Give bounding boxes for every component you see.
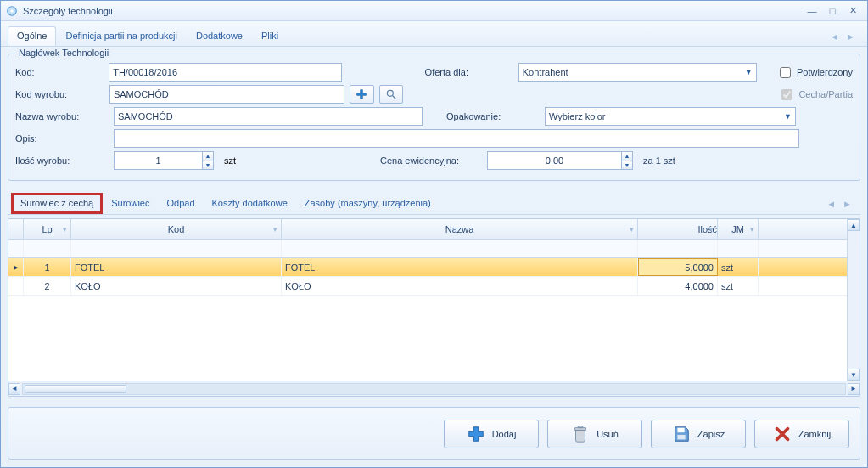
opakowanie-select[interactable]: Wybierz kolor ▼ — [545, 107, 796, 126]
tabs-next-icon[interactable]: ► — [846, 31, 855, 42]
inner-tab-zasoby[interactable]: Zasoby (maszyny, urządzenia) — [296, 195, 440, 213]
oferta-dla-value: Kontrahent — [523, 67, 568, 77]
window-title: Szczegóły technologii — [23, 6, 801, 16]
spin-down-icon[interactable]: ▼ — [203, 161, 213, 170]
zapisz-button[interactable]: Zapisz — [651, 420, 746, 448]
kod-wyrobu-input[interactable] — [109, 85, 344, 104]
cell-lp: 1 — [24, 258, 71, 276]
add-wyrob-button[interactable] — [350, 85, 374, 104]
maximize-button[interactable]: □ — [823, 4, 842, 18]
opakowanie-label: Opakowanie: — [446, 111, 540, 121]
col-jm[interactable]: JM▾ — [718, 219, 759, 239]
trash-icon — [571, 425, 590, 443]
cena-label: Cena ewidencyjna: — [380, 155, 482, 166]
cena-spinner[interactable]: ▲▼ — [487, 151, 633, 170]
potwierdzony-checkbox-input[interactable] — [780, 67, 791, 78]
scroll-up-icon[interactable]: ▲ — [848, 219, 860, 231]
col-nazwa[interactable]: Nazwa▾ — [282, 219, 638, 239]
filter-icon[interactable]: ▾ — [273, 225, 277, 234]
ilosc-wyrobu-spinner[interactable]: ▲▼ — [114, 151, 214, 170]
scroll-thumb[interactable] — [25, 385, 126, 393]
col-ilosc[interactable]: Ilość▾ — [638, 219, 718, 239]
inner-tab-surowiec[interactable]: Surowiec — [103, 195, 158, 213]
close-x-icon — [773, 425, 792, 443]
cena-input[interactable] — [487, 151, 621, 170]
main-tabs: Ogólne Definicja partii na produkcji Dod… — [1, 21, 867, 47]
svg-rect-5 — [677, 435, 685, 440]
oferta-dla-select[interactable]: Kontrahent ▼ — [518, 63, 757, 82]
svg-rect-4 — [677, 428, 684, 433]
col-lp[interactable]: Lp▾ — [24, 219, 71, 239]
tab-dodatkowe[interactable]: Dodatkowe — [187, 26, 252, 46]
kod-input[interactable] — [109, 63, 342, 82]
opis-input[interactable] — [114, 129, 799, 148]
cecha-partia-checkbox[interactable]: Cecha/Partia — [778, 87, 853, 103]
fieldset-legend: Nagłówek Technologii — [15, 48, 112, 58]
opis-label: Opis: — [15, 133, 109, 144]
spin-down-icon[interactable]: ▼ — [622, 161, 632, 170]
filter-icon[interactable]: ▾ — [63, 225, 67, 234]
opakowanie-value: Wybierz kolor — [549, 111, 606, 121]
cell-kod: KOŁO — [71, 277, 282, 295]
dodaj-button[interactable]: Dodaj — [444, 420, 539, 448]
table-row[interactable]: 2 KOŁO KOŁO 4,0000 szt — [8, 277, 847, 296]
potwierdzony-checkbox[interactable]: Potwierdzony — [776, 65, 853, 81]
nazwa-wyrobu-label: Nazwa wyrobu: — [15, 111, 109, 121]
cell-jm: szt — [718, 277, 759, 295]
filter-icon[interactable]: ▾ — [750, 225, 754, 234]
tab-pliki[interactable]: Pliki — [252, 26, 288, 46]
cena-jm-label: za 1 szt — [638, 155, 675, 166]
tab-ogolne[interactable]: Ogólne — [8, 26, 56, 46]
cell-jm: szt — [718, 258, 759, 276]
title-bar: Szczegóły technologii ― □ ✕ — [1, 1, 867, 21]
grid-body: ▸ 1 FOTEL FOTEL 5,0000 szt 2 KOŁO KOŁO — [8, 258, 847, 381]
row-pointer-icon: ▸ — [8, 258, 24, 276]
cell-ilosc: 4,0000 — [638, 277, 718, 295]
ilosc-wyrobu-input[interactable] — [114, 151, 202, 170]
cell-ilosc[interactable]: 5,0000 — [638, 258, 718, 276]
cell-kod: FOTEL — [71, 258, 282, 276]
search-wyrob-button[interactable] — [379, 85, 404, 104]
inner-tab-odpad[interactable]: Odpad — [158, 195, 203, 213]
svg-point-2 — [387, 90, 393, 96]
zapisz-label: Zapisz — [697, 429, 725, 439]
inner-tabs: Surowiec z cechą Surowiec Odpad Koszty d… — [8, 188, 860, 215]
cell-nazwa: FOTEL — [282, 258, 638, 276]
tab-definicja-partii[interactable]: Definicja partii na produkcji — [56, 26, 186, 46]
filter-icon[interactable]: ▾ — [630, 225, 634, 234]
minimize-button[interactable]: ― — [803, 4, 821, 18]
kod-wyrobu-label: Kod wyrobu: — [15, 89, 104, 99]
grid-filter-row[interactable] — [8, 240, 847, 258]
scroll-down-icon[interactable]: ▼ — [848, 369, 860, 381]
tab-content: Nagłówek Technologii Kod: Oferta dla: Ko… — [1, 47, 867, 403]
cecha-partia-checkbox-input — [781, 89, 792, 100]
vertical-scrollbar[interactable]: ▲ ▼ — [847, 219, 860, 381]
header-fieldset: Nagłówek Technologii Kod: Oferta dla: Ko… — [8, 54, 860, 181]
scroll-right-icon[interactable]: ► — [848, 383, 860, 395]
horizontal-scrollbar[interactable]: ◄ ► — [8, 381, 860, 396]
footer-buttons: Dodaj Usuń Zapisz Zamknij — [14, 411, 854, 452]
spin-up-icon[interactable]: ▲ — [203, 152, 213, 161]
filter-icon[interactable]: ▾ — [709, 225, 714, 234]
inner-tab-surowiec-z-cecha[interactable]: Surowiec z cechą — [11, 193, 103, 214]
footer-panel: Dodaj Usuń Zapisz Zamknij — [8, 407, 860, 460]
ilosc-jm-label: szt — [219, 155, 243, 166]
app-window: Szczegóły technologii ― □ ✕ Ogólne Defin… — [0, 0, 868, 468]
zamknij-button[interactable]: Zamknij — [754, 420, 849, 448]
inner-tabs-prev-icon[interactable]: ◄ — [826, 199, 836, 209]
chevron-down-icon: ▼ — [784, 112, 792, 121]
svg-point-1 — [10, 9, 14, 13]
usun-button[interactable]: Usuń — [547, 420, 642, 448]
dodaj-label: Dodaj — [492, 429, 517, 439]
inner-tabs-nav: ◄ ► — [826, 199, 857, 209]
tabs-prev-icon[interactable]: ◄ — [830, 31, 839, 42]
nazwa-wyrobu-input[interactable] — [114, 107, 423, 126]
col-kod[interactable]: Kod▾ — [71, 219, 282, 239]
app-gear-icon — [6, 5, 18, 17]
table-row[interactable]: ▸ 1 FOTEL FOTEL 5,0000 szt — [8, 258, 847, 277]
scroll-left-icon[interactable]: ◄ — [8, 383, 20, 395]
inner-tab-koszty[interactable]: Koszty dodatkowe — [204, 195, 296, 213]
spin-up-icon[interactable]: ▲ — [622, 152, 632, 161]
close-button[interactable]: ✕ — [843, 4, 862, 18]
inner-tabs-next-icon[interactable]: ► — [843, 199, 852, 209]
